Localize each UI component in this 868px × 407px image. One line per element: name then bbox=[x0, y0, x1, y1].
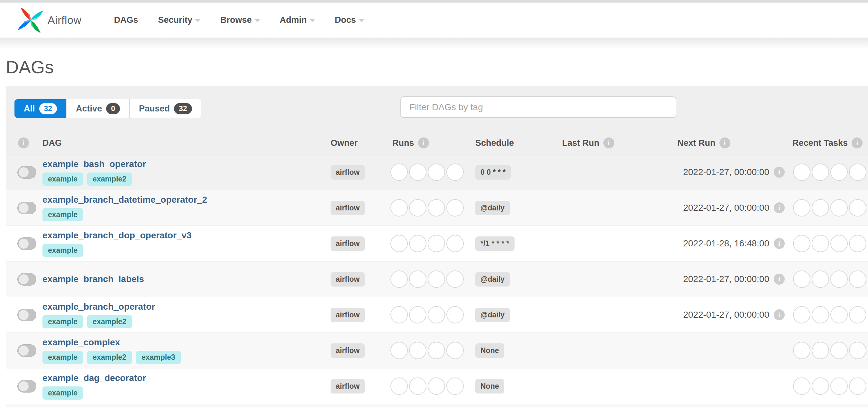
run-status-circle[interactable] bbox=[409, 199, 427, 216]
dag-pause-toggle[interactable] bbox=[18, 202, 36, 214]
dag-tag[interactable]: example bbox=[42, 386, 83, 400]
airflow-brand[interactable]: Airflow bbox=[17, 6, 82, 34]
dag-tag[interactable]: example3 bbox=[136, 351, 181, 364]
run-status-circle[interactable] bbox=[446, 342, 464, 359]
task-status-circle[interactable] bbox=[830, 270, 848, 288]
task-status-circle[interactable] bbox=[812, 306, 829, 324]
dag-tag[interactable]: example2 bbox=[87, 315, 132, 328]
task-status-circle[interactable] bbox=[812, 199, 829, 216]
task-status-circle[interactable] bbox=[849, 270, 866, 288]
tab-all[interactable]: All 32 bbox=[14, 99, 67, 118]
dag-pause-toggle[interactable] bbox=[18, 237, 36, 250]
nav-item-admin[interactable]: Admin bbox=[270, 15, 325, 25]
task-status-circle[interactable] bbox=[793, 342, 810, 359]
run-status-circle[interactable] bbox=[409, 377, 427, 395]
task-status-circle[interactable] bbox=[793, 306, 810, 324]
run-status-circle[interactable] bbox=[428, 342, 445, 359]
task-status-circle[interactable] bbox=[849, 377, 866, 395]
run-status-circle[interactable] bbox=[428, 377, 445, 395]
owner-badge[interactable]: airflow bbox=[331, 272, 365, 286]
run-status-circle[interactable] bbox=[428, 270, 445, 288]
tab-paused[interactable]: Paused 32 bbox=[130, 99, 201, 118]
task-status-circle[interactable] bbox=[830, 306, 848, 324]
tab-active[interactable]: Active 0 bbox=[67, 99, 130, 118]
run-status-circle[interactable] bbox=[391, 377, 408, 395]
task-status-circle[interactable] bbox=[830, 164, 848, 181]
run-status-circle[interactable] bbox=[391, 199, 408, 216]
run-status-circle[interactable] bbox=[446, 164, 464, 181]
dag-link[interactable]: example_branch_operator bbox=[42, 302, 326, 312]
run-status-circle[interactable] bbox=[391, 164, 408, 181]
owner-badge[interactable]: airflow bbox=[331, 343, 365, 358]
task-status-circle[interactable] bbox=[812, 164, 829, 181]
task-status-circle[interactable] bbox=[812, 235, 829, 252]
run-status-circle[interactable] bbox=[409, 342, 427, 359]
owner-badge[interactable]: airflow bbox=[331, 308, 365, 322]
dag-tag[interactable]: example bbox=[42, 351, 83, 364]
owner-badge[interactable]: airflow bbox=[331, 236, 365, 251]
dag-link[interactable]: example_branch_labels bbox=[42, 274, 326, 284]
task-status-circle[interactable] bbox=[793, 199, 810, 216]
dag-tag[interactable]: example bbox=[42, 244, 83, 257]
run-status-circle[interactable] bbox=[446, 270, 464, 288]
nav-item-browse[interactable]: Browse bbox=[210, 15, 270, 25]
run-status-circle[interactable] bbox=[391, 342, 408, 359]
owner-badge[interactable]: airflow bbox=[331, 379, 365, 394]
run-status-circle[interactable] bbox=[409, 306, 427, 324]
dag-link[interactable]: example_bash_operator bbox=[42, 159, 326, 169]
run-status-circle[interactable] bbox=[391, 306, 408, 324]
task-status-circle[interactable] bbox=[830, 235, 848, 252]
run-status-circle[interactable] bbox=[428, 164, 445, 181]
nav-item-docs[interactable]: Docs bbox=[325, 15, 374, 25]
dag-pause-toggle[interactable] bbox=[18, 309, 36, 321]
task-status-circle[interactable] bbox=[830, 199, 848, 216]
run-status-circle[interactable] bbox=[428, 199, 445, 216]
task-status-circle[interactable] bbox=[849, 306, 866, 324]
task-status-circle[interactable] bbox=[849, 235, 866, 252]
task-status-circle[interactable] bbox=[830, 342, 848, 359]
dag-tag[interactable]: example bbox=[42, 208, 83, 221]
run-status-circle[interactable] bbox=[446, 235, 464, 252]
task-status-circle[interactable] bbox=[812, 377, 829, 395]
dag-pause-toggle[interactable] bbox=[18, 166, 36, 179]
run-status-circle[interactable] bbox=[428, 235, 445, 252]
run-status-circle[interactable] bbox=[391, 235, 408, 252]
run-status-circle[interactable] bbox=[428, 306, 445, 324]
run-status-circle[interactable] bbox=[446, 199, 464, 216]
task-status-circle[interactable] bbox=[812, 270, 829, 288]
dag-link[interactable]: example_branch_dop_operator_v3 bbox=[42, 230, 326, 241]
dag-link[interactable]: example_branch_datetime_operator_2 bbox=[42, 195, 326, 205]
dag-pause-toggle[interactable] bbox=[18, 344, 36, 357]
nav-item-security[interactable]: Security bbox=[148, 15, 211, 25]
dag-tag[interactable]: example2 bbox=[87, 351, 132, 364]
dag-tag[interactable]: example2 bbox=[87, 172, 132, 186]
run-status-circle[interactable] bbox=[391, 270, 408, 288]
nav-item-dags[interactable]: DAGs bbox=[104, 15, 148, 25]
task-status-circle[interactable] bbox=[793, 235, 810, 252]
task-status-circle[interactable] bbox=[793, 164, 810, 181]
dag-pause-toggle[interactable] bbox=[18, 380, 36, 393]
run-status-circle[interactable] bbox=[409, 270, 427, 288]
task-status-circle[interactable] bbox=[849, 199, 866, 216]
next-run-value: 2022-01-27, 00:00:00 bbox=[683, 310, 769, 320]
run-status-circle[interactable] bbox=[446, 306, 464, 324]
owner-badge[interactable]: airflow bbox=[331, 165, 365, 179]
run-status-circle[interactable] bbox=[409, 164, 427, 181]
dag-link[interactable]: example_dag_decorator bbox=[42, 373, 326, 383]
task-status-circle[interactable] bbox=[812, 342, 829, 359]
dag-link[interactable]: example_complex bbox=[42, 337, 326, 347]
filter-dags-by-tag-input[interactable] bbox=[400, 96, 676, 118]
owner-badge[interactable]: airflow bbox=[331, 201, 365, 215]
run-status-circle[interactable] bbox=[409, 235, 427, 252]
task-status-circle[interactable] bbox=[793, 270, 810, 288]
task-status-circle[interactable] bbox=[830, 377, 848, 395]
schedule-badge: None bbox=[475, 343, 504, 358]
next-run-value: 2022-01-27, 00:00:00 bbox=[683, 203, 769, 213]
task-status-circle[interactable] bbox=[849, 164, 866, 181]
dag-pause-toggle[interactable] bbox=[18, 273, 36, 285]
task-status-circle[interactable] bbox=[849, 342, 866, 359]
dag-tag[interactable]: example bbox=[42, 172, 83, 186]
task-status-circle[interactable] bbox=[793, 377, 810, 395]
run-status-circle[interactable] bbox=[446, 377, 464, 395]
dag-tag[interactable]: example bbox=[42, 315, 83, 328]
